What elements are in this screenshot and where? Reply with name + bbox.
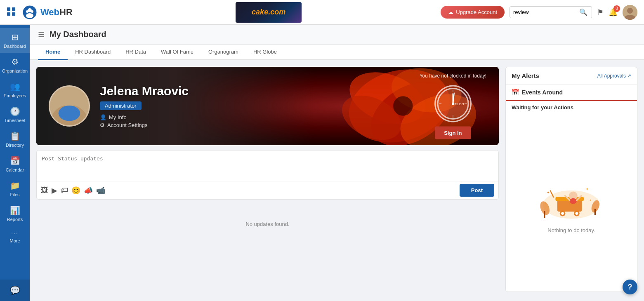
help-button[interactable]: ? xyxy=(623,280,637,294)
directory-icon: 📋 xyxy=(10,131,20,141)
external-link-icon: ↗ xyxy=(627,73,631,79)
sidebar-item-employees[interactable]: 👥 Employees xyxy=(0,78,30,102)
svg-point-40 xyxy=(570,198,577,204)
svg-text:✦: ✦ xyxy=(585,186,589,191)
timesheet-icon: 🕐 xyxy=(10,106,20,116)
svg-rect-1 xyxy=(12,7,15,11)
page-title: My Dashboard xyxy=(50,30,106,39)
sidebar-label-files: Files xyxy=(10,192,19,197)
tag-icon[interactable]: 🏷 xyxy=(61,186,68,195)
calendar-icon: 📅 xyxy=(10,156,20,166)
sidebar-item-more[interactable]: ··· More xyxy=(0,226,30,247)
youtube-icon[interactable]: ▶ xyxy=(52,186,57,195)
tab-hr-dashboard[interactable]: HR Dashboard xyxy=(68,45,118,60)
post-toolbar: 🖼 ▶ 🏷 😊 📣 📹 Post xyxy=(37,181,498,199)
all-approvals-link[interactable]: All Approvals ↗ xyxy=(597,73,631,79)
sidebar-item-dashboard[interactable]: ⊞ Dashboard xyxy=(0,28,30,53)
right-panel: My Alerts All Approvals ↗ 📅 Events Aroun… xyxy=(505,67,637,292)
post-button[interactable]: Post xyxy=(460,184,494,197)
banner-content: Jelena Mraovic Administrator 👤 My Info ⚙… xyxy=(36,76,499,136)
sidebar-item-reports[interactable]: 📊 Reports xyxy=(0,201,30,226)
sign-in-button[interactable]: Sign In xyxy=(435,127,471,139)
logo-hr: HR xyxy=(59,7,73,17)
events-title: 📅 Events Around xyxy=(512,89,631,96)
dashboard-icon: ⊞ xyxy=(12,32,19,42)
post-status-textarea[interactable] xyxy=(37,150,498,179)
search-bar[interactable]: 🔍 xyxy=(510,6,592,18)
not-clocked-text: You have not clocked in today! xyxy=(420,73,486,79)
reports-icon: 📊 xyxy=(10,205,20,215)
search-input[interactable] xyxy=(513,9,579,15)
tabs-bar: Home HR Dashboard HR Data Wall Of Fame O… xyxy=(30,45,644,60)
header-right: ☁ Upgrade Account 🔍 ⚑ 🔔 0 xyxy=(441,5,637,20)
sidebar-item-directory[interactable]: 📋 Directory xyxy=(0,127,30,152)
upgrade-account-button[interactable]: ☁ Upgrade Account xyxy=(441,6,505,19)
header-center: cake.com xyxy=(97,2,441,23)
svg-point-21 xyxy=(59,106,80,121)
svg-point-10 xyxy=(627,8,633,14)
sidebar: ⊞ Dashboard ⚙ Organization 👥 Employees 🕐… xyxy=(0,25,30,301)
sidebar-label-reports: Reports xyxy=(7,217,23,222)
tab-home[interactable]: Home xyxy=(38,45,68,60)
chat-button[interactable]: 💬 xyxy=(0,280,30,301)
search-icon[interactable]: 🔍 xyxy=(579,8,587,16)
svg-text:✦: ✦ xyxy=(589,198,592,201)
bookmark-icon[interactable]: ⚑ xyxy=(597,8,604,17)
user-avatar[interactable] xyxy=(623,5,637,20)
svg-point-29 xyxy=(452,103,454,105)
svg-point-6 xyxy=(26,13,33,18)
organization-icon: ⚙ xyxy=(11,57,19,67)
announcement-icon[interactable]: 📣 xyxy=(84,186,93,195)
svg-text:✦: ✦ xyxy=(547,190,550,195)
clock-area: You have not clocked in today! xyxy=(420,73,486,139)
notification-count-badge: 0 xyxy=(613,5,620,12)
files-icon: 📁 xyxy=(10,181,20,190)
profile-banner: Jelena Mraovic Administrator 👤 My Info ⚙… xyxy=(36,67,499,145)
sidebar-bottom: 💬 xyxy=(0,280,30,301)
tab-hr-globe[interactable]: HR Globe xyxy=(246,45,284,60)
tab-wall-of-fame[interactable]: Wall Of Fame xyxy=(153,45,201,60)
sidebar-item-calendar[interactable]: 📅 Calendar xyxy=(0,152,30,176)
banner-text: cake.com xyxy=(252,8,285,16)
tab-hr-data[interactable]: HR Data xyxy=(118,45,153,60)
sidebar-label-more: More xyxy=(9,238,20,243)
employees-icon: 👥 xyxy=(10,82,20,92)
content-area: Jelena Mraovic Administrator 👤 My Info ⚙… xyxy=(30,60,644,299)
logo-web: Web xyxy=(40,7,59,17)
svg-text:31 Oct: 31 Oct xyxy=(454,102,464,106)
sidebar-item-timesheet[interactable]: 🕐 Timesheet xyxy=(0,102,30,127)
chat-icon: 💬 xyxy=(10,285,20,295)
nothing-today-text: Nothing to do today. xyxy=(547,227,595,233)
illustration-area: ✦ ✦ ✦ Nothing to do today. xyxy=(506,114,637,292)
tab-organogram[interactable]: Organogram xyxy=(201,45,246,60)
svg-rect-2 xyxy=(7,12,10,16)
waiting-text: Waiting for your Actions xyxy=(512,104,573,111)
sidebar-item-files[interactable]: 📁 Files xyxy=(0,176,30,201)
image-attach-icon[interactable]: 🖼 xyxy=(41,186,48,195)
more-icon: ··· xyxy=(11,230,19,237)
video-icon[interactable]: 📹 xyxy=(96,186,105,195)
svg-point-37 xyxy=(575,212,578,215)
events-section: 📅 Events Around xyxy=(506,85,637,101)
sidebar-label-timesheet: Timesheet xyxy=(5,118,26,123)
alerts-title: My Alerts xyxy=(512,72,539,79)
events-around-text: Events Around xyxy=(522,89,563,96)
svg-point-8 xyxy=(31,10,33,13)
empty-state-illustration: ✦ ✦ ✦ xyxy=(534,173,609,222)
svg-rect-3 xyxy=(12,12,15,16)
profile-avatar xyxy=(49,85,90,127)
emoji-icon[interactable]: 😊 xyxy=(71,186,80,195)
svg-rect-32 xyxy=(557,199,582,212)
sidebar-label-directory: Directory xyxy=(6,143,24,148)
main-header: WebHR cake.com ☁ Upgrade Account 🔍 ⚑ 🔔 0 xyxy=(0,0,644,25)
post-status-box: 🖼 ▶ 🏷 😊 📣 📹 Post xyxy=(36,150,499,200)
calendar-small-icon: 📅 xyxy=(512,89,519,96)
logo[interactable]: WebHR xyxy=(22,5,97,20)
banner-ad[interactable]: cake.com xyxy=(236,2,302,23)
settings-icon: ⚙ xyxy=(100,122,105,128)
sidebar-item-organization[interactable]: ⚙ Organization xyxy=(0,53,30,78)
hamburger-menu-icon[interactable]: ☰ xyxy=(38,30,45,39)
apps-grid-icon[interactable] xyxy=(7,7,16,18)
svg-rect-49 xyxy=(594,209,596,215)
notifications-bell-icon[interactable]: 🔔 0 xyxy=(609,8,618,17)
